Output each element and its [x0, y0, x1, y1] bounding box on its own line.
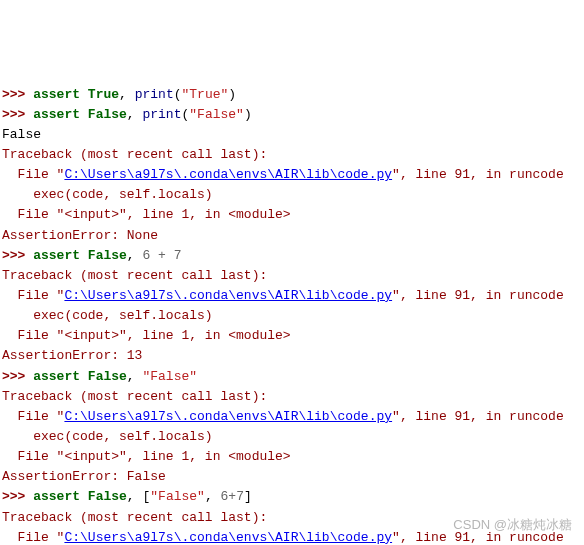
number-literal: 7: [174, 248, 182, 263]
string-literal: "True": [182, 87, 229, 102]
prompt: >>>: [2, 489, 25, 504]
bool-false: False: [88, 248, 127, 263]
traceback-header: Traceback (most recent call last):: [2, 389, 267, 404]
traceback-header: Traceback (most recent call last):: [2, 510, 267, 525]
input-line-2: >>> assert False, print("False"): [2, 107, 252, 122]
traceback-exec: exec(code, self.locals): [2, 187, 213, 202]
prompt: >>>: [2, 248, 25, 263]
keyword-assert: assert: [33, 248, 80, 263]
keyword-assert: assert: [33, 489, 80, 504]
traceback-header: Traceback (most recent call last):: [2, 147, 267, 162]
watermark: CSDN @冰糖炖冰糖: [453, 515, 572, 535]
func-print: print: [135, 87, 174, 102]
input-line-3: >>> assert False, 6 + 7: [2, 248, 182, 263]
prompt: >>>: [2, 87, 25, 102]
traceback-path-link[interactable]: C:\Users\a9l7s\.conda\envs\AIR\lib\code.…: [64, 288, 392, 303]
traceback-input: File "<input>", line 1, in <module>: [2, 328, 291, 343]
operator-plus: +: [228, 489, 236, 504]
string-literal: "False": [150, 489, 205, 504]
bool-false: False: [88, 489, 127, 504]
input-line-5: >>> assert False, ["False", 6+7]: [2, 489, 252, 504]
prompt: >>>: [2, 107, 25, 122]
bool-false: False: [88, 369, 127, 384]
traceback-path-link[interactable]: C:\Users\a9l7s\.conda\envs\AIR\lib\code.…: [64, 530, 392, 545]
keyword-assert: assert: [33, 369, 80, 384]
traceback-exec: exec(code, self.locals): [2, 429, 213, 444]
assertion-error: AssertionError: None: [2, 228, 158, 243]
traceback-exec: exec(code, self.locals): [2, 308, 213, 323]
traceback-file: File "C:\Users\a9l7s\.conda\envs\AIR\lib…: [2, 167, 564, 182]
assertion-error: AssertionError: False: [2, 469, 166, 484]
traceback-file: File "C:\Users\a9l7s\.conda\envs\AIR\lib…: [2, 288, 564, 303]
assertion-error: AssertionError: 13: [2, 348, 142, 363]
keyword-assert: assert: [33, 107, 80, 122]
prompt: >>>: [2, 369, 25, 384]
string-literal: "False": [189, 107, 244, 122]
traceback-input: File "<input>", line 1, in <module>: [2, 207, 291, 222]
func-print: print: [142, 107, 181, 122]
bool-true: True: [88, 87, 119, 102]
traceback-input: File "<input>", line 1, in <module>: [2, 449, 291, 464]
keyword-assert: assert: [33, 87, 80, 102]
number-literal: 7: [236, 489, 244, 504]
string-literal: "False": [142, 369, 197, 384]
traceback-path-link[interactable]: C:\Users\a9l7s\.conda\envs\AIR\lib\code.…: [64, 409, 392, 424]
stdout-line: False: [2, 127, 41, 142]
terminal-output: >>> assert True, print("True") >>> asser…: [2, 64, 582, 545]
bool-false: False: [88, 107, 127, 122]
operator-plus: +: [158, 248, 166, 263]
traceback-path-link[interactable]: C:\Users\a9l7s\.conda\envs\AIR\lib\code.…: [64, 167, 392, 182]
input-line-1: >>> assert True, print("True"): [2, 87, 236, 102]
traceback-file: File "C:\Users\a9l7s\.conda\envs\AIR\lib…: [2, 409, 564, 424]
traceback-header: Traceback (most recent call last):: [2, 268, 267, 283]
input-line-4: >>> assert False, "False": [2, 369, 197, 384]
